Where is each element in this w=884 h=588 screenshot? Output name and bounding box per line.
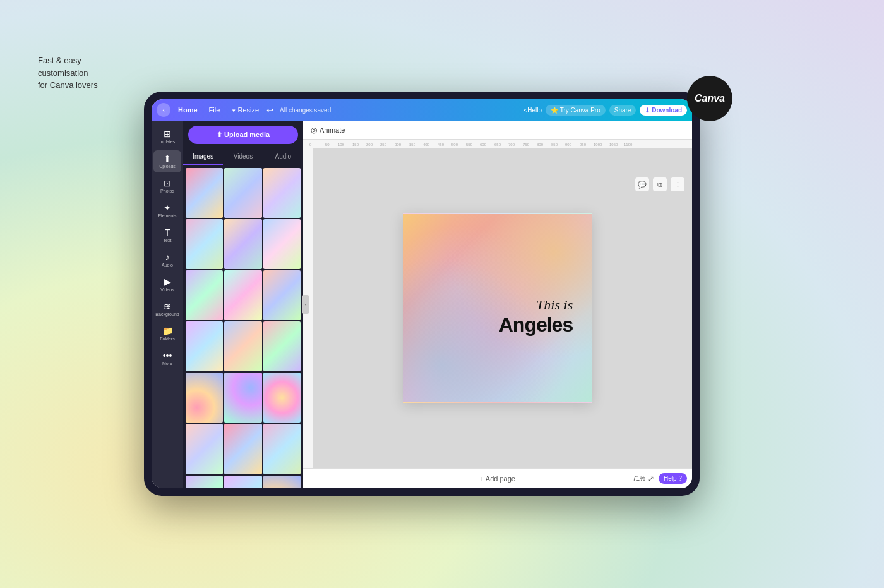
grid-item[interactable] — [186, 476, 223, 488]
grid-item[interactable] — [186, 373, 223, 423]
resize-nav[interactable]: Resize — [227, 105, 263, 115]
copy-icon[interactable]: ⧉ — [653, 177, 667, 191]
audio-tab[interactable]: Audio — [263, 149, 303, 165]
ruler-top: 0 50 100 150 200 250 300 350 400 450 500… — [303, 140, 692, 148]
sidebar-item-templates[interactable]: ⊞ mplates — [153, 126, 181, 148]
tablet-screen: ‹ Home File Resize ↩ All changes saved <… — [152, 99, 692, 488]
tagline-line3: for Canva lovers — [38, 80, 98, 90]
more-icon: ••• — [163, 351, 172, 360]
grid-item[interactable] — [224, 321, 261, 371]
grid-row-1 — [186, 168, 301, 218]
grid-item[interactable] — [186, 168, 223, 218]
grid-item[interactable] — [224, 476, 261, 488]
animate-button[interactable]: ◎ Animate — [311, 126, 345, 135]
main-content: ⊞ mplates ⬆ Uploads ⊡ Photos ✦ Elements … — [152, 121, 692, 488]
comment-icon[interactable]: 💬 — [635, 177, 649, 191]
canvas-actions: 💬 ⧉ ⋮ — [635, 177, 684, 191]
grid-row-4 — [186, 321, 301, 371]
download-button[interactable]: ⬇ Download — [640, 105, 687, 116]
sidebar-item-more[interactable]: ••• More — [153, 347, 181, 369]
text-icon: T — [165, 228, 170, 237]
uploads-icon: ⬆ — [164, 154, 171, 163]
canvas-text-container: This is Angeles — [499, 297, 573, 337]
undo-button[interactable]: ↩ — [266, 105, 273, 115]
elements-label: Elements — [158, 213, 176, 218]
animate-bar: ◎ Animate — [303, 121, 692, 140]
text-label: Text — [164, 238, 172, 243]
sidebar-item-elements[interactable]: ✦ Elements — [153, 200, 181, 222]
tagline-line2: customisation — [38, 68, 88, 78]
grid-item[interactable] — [224, 270, 261, 320]
grid-row-6 — [186, 424, 301, 474]
help-button[interactable]: Help ? — [659, 473, 687, 484]
top-toolbar: ‹ Home File Resize ↩ All changes saved <… — [152, 99, 692, 121]
grid-row-3 — [186, 270, 301, 320]
more-options-icon[interactable]: ⋮ — [671, 177, 684, 191]
more-label: More — [162, 361, 172, 366]
zoom-level: 71% — [633, 475, 645, 482]
photos-icon: ⊡ — [164, 179, 171, 188]
grid-item[interactable] — [224, 219, 261, 269]
tagline-line1: Fast & easy — [38, 56, 81, 65]
sidebar-item-videos[interactable]: ▶ Videos — [153, 273, 181, 296]
icon-sidebar: ⊞ mplates ⬆ Uploads ⊡ Photos ✦ Elements … — [152, 121, 183, 488]
grid-item[interactable] — [186, 219, 223, 269]
sidebar-item-folders[interactable]: 📁 Folders — [153, 323, 181, 345]
sidebar-item-audio[interactable]: ♪ Audio — [153, 249, 181, 271]
panel-collapse-handle[interactable]: ‹ — [302, 295, 309, 314]
grid-item[interactable] — [263, 424, 301, 474]
grid-item[interactable] — [186, 424, 223, 474]
grid-item[interactable] — [263, 476, 301, 488]
tagline: Fast & easy customisation for Canva love… — [38, 54, 98, 92]
back-button[interactable]: ‹ — [157, 103, 170, 117]
grid-item[interactable] — [186, 270, 223, 320]
grid-row-5 — [186, 373, 301, 423]
canvas-area: ◎ Animate 0 50 100 150 200 250 300 350 — [303, 121, 692, 488]
grid-item[interactable] — [263, 373, 301, 423]
sidebar-item-uploads[interactable]: ⬆ Uploads — [153, 150, 181, 172]
animate-label-text: Animate — [320, 126, 345, 134]
grid-item[interactable] — [224, 424, 261, 474]
expand-icon[interactable]: ⤢ — [648, 474, 654, 483]
add-page-button[interactable]: + Add page — [480, 475, 515, 483]
elements-icon: ✦ — [164, 203, 171, 212]
images-tab[interactable]: Images — [183, 149, 223, 165]
upload-media-button[interactable]: ⬆ Upload media — [188, 126, 298, 144]
grid-item[interactable] — [263, 219, 301, 269]
sidebar-item-text[interactable]: T Text — [153, 224, 181, 246]
sidebar-item-background[interactable]: ≋ Background — [153, 298, 181, 320]
grid-item[interactable] — [263, 168, 301, 218]
videos-tab[interactable]: Videos — [223, 149, 263, 165]
videos-icon: ▶ — [164, 277, 171, 286]
grid-row-7 — [186, 476, 301, 488]
share-button[interactable]: Share — [609, 105, 636, 116]
audio-icon: ♪ — [165, 253, 170, 261]
folders-label: Folders — [160, 337, 174, 341]
grid-item[interactable] — [263, 270, 301, 320]
saved-status: All changes saved — [280, 107, 331, 114]
hello-button[interactable]: <Hello — [523, 107, 542, 114]
audio-label: Audio — [162, 263, 173, 267]
file-nav[interactable]: File — [205, 105, 224, 115]
grid-row-2 — [186, 219, 301, 269]
home-nav[interactable]: Home — [174, 105, 201, 115]
grid-item[interactable] — [186, 321, 223, 371]
grid-item[interactable] — [263, 321, 301, 371]
background-label: Background — [155, 312, 179, 316]
grid-item[interactable] — [224, 373, 261, 423]
canvas-text-top: This is — [499, 297, 573, 313]
upload-panel: ⬆ Upload media Images Videos Audio — [183, 121, 303, 488]
templates-icon: ⊞ — [164, 129, 171, 138]
videos-label: Videos — [160, 287, 174, 292]
grid-item[interactable] — [224, 168, 261, 218]
design-canvas[interactable]: This is Angeles — [403, 213, 592, 403]
try-pro-button[interactable]: ⭐ Try Canva Pro — [546, 105, 606, 116]
folders-icon: 📁 — [162, 327, 173, 335]
image-grid — [183, 165, 303, 488]
background-icon: ≋ — [164, 302, 171, 311]
uploads-label: Uploads — [159, 164, 176, 169]
canva-badge: Canva — [687, 76, 732, 121]
sidebar-item-photos[interactable]: ⊡ Photos — [153, 175, 181, 197]
canvas-text-bottom: Angeles — [499, 313, 573, 337]
toolbar-right: <Hello ⭐ Try Canva Pro Share ⬇ Download — [523, 105, 687, 116]
